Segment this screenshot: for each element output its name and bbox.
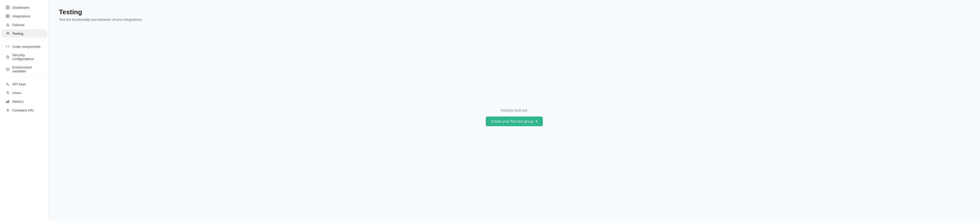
divider-1 bbox=[4, 40, 44, 40]
page-subtitle: Test the functionality and behavior of y… bbox=[59, 17, 970, 22]
create-first-test-group-button[interactable]: Create your first test group + bbox=[486, 117, 543, 126]
alert-icon bbox=[6, 23, 10, 27]
sidebar-item-label: API keys bbox=[12, 82, 26, 86]
svg-rect-18 bbox=[8, 100, 9, 103]
svg-rect-1 bbox=[8, 6, 9, 7]
svg-rect-2 bbox=[6, 8, 8, 9]
sidebar: Dashboard Integrations Failures bbox=[0, 0, 49, 221]
svg-rect-3 bbox=[8, 8, 9, 9]
empty-state-text: Nothing here yet. bbox=[501, 108, 528, 112]
plus-icon: + bbox=[535, 119, 538, 124]
sidebar-item-label: Security configurations bbox=[12, 53, 43, 61]
users-icon bbox=[6, 32, 10, 36]
svg-point-19 bbox=[7, 110, 8, 110]
svg-point-9 bbox=[8, 25, 8, 26]
sidebar-item-label: Dashboard bbox=[12, 6, 29, 9]
page-title: Testing bbox=[59, 8, 970, 16]
sidebar-item-label: Users bbox=[12, 91, 21, 95]
empty-state: Nothing here yet. Create your first test… bbox=[59, 22, 970, 213]
svg-point-11 bbox=[8, 32, 9, 33]
lock-icon bbox=[6, 55, 10, 59]
sidebar-item-label: Metrics bbox=[12, 99, 24, 103]
brackets-icon bbox=[6, 67, 10, 71]
sidebar-item-label: Integrations bbox=[12, 14, 30, 18]
sidebar-item-label: Testing bbox=[12, 32, 23, 36]
svg-point-14 bbox=[6, 83, 8, 85]
sidebar-item-code-components[interactable]: Code components bbox=[2, 43, 47, 51]
sidebar-item-security-configurations[interactable]: Security configurations bbox=[2, 51, 47, 63]
sidebar-item-label: Code components bbox=[12, 45, 40, 49]
key-icon bbox=[6, 82, 10, 86]
chart-icon bbox=[6, 99, 10, 103]
svg-rect-5 bbox=[8, 14, 9, 16]
grid-icon bbox=[6, 5, 10, 9]
sidebar-item-integrations[interactable]: Integrations bbox=[2, 12, 47, 20]
divider-2 bbox=[4, 77, 44, 78]
main-content-area: Testing Test the functionality and behav… bbox=[49, 0, 980, 221]
sidebar-item-api-keys[interactable]: API keys bbox=[2, 80, 47, 88]
sidebar-item-metrics[interactable]: Metrics bbox=[2, 97, 47, 106]
gear-icon bbox=[6, 108, 10, 112]
sidebar-item-failures[interactable]: Failures bbox=[2, 21, 47, 29]
sidebar-item-users[interactable]: Users bbox=[2, 88, 47, 97]
sidebar-item-testing[interactable]: Testing bbox=[2, 29, 47, 38]
sidebar-item-company-info[interactable]: Company info bbox=[2, 106, 47, 114]
svg-point-10 bbox=[7, 32, 8, 33]
create-button-label: Create your first test group bbox=[491, 119, 533, 123]
code-icon bbox=[6, 44, 10, 49]
sidebar-item-label: Failures bbox=[12, 23, 25, 27]
svg-point-15 bbox=[7, 92, 8, 93]
sidebar-item-environment-variables[interactable]: Environment variables bbox=[2, 63, 47, 75]
svg-point-13 bbox=[6, 68, 9, 71]
svg-rect-12 bbox=[7, 57, 9, 58]
sidebar-item-dashboard[interactable]: Dashboard bbox=[2, 3, 47, 11]
sidebar-item-label: Company info bbox=[12, 108, 33, 112]
svg-rect-0 bbox=[6, 6, 8, 7]
svg-rect-4 bbox=[6, 14, 8, 16]
sidebar-item-label: Environment variables bbox=[12, 65, 43, 73]
svg-rect-6 bbox=[6, 16, 8, 17]
puzzle-icon bbox=[6, 14, 10, 18]
svg-rect-7 bbox=[8, 16, 9, 17]
users2-icon bbox=[6, 91, 10, 95]
svg-rect-16 bbox=[6, 102, 7, 103]
svg-rect-17 bbox=[7, 101, 8, 103]
